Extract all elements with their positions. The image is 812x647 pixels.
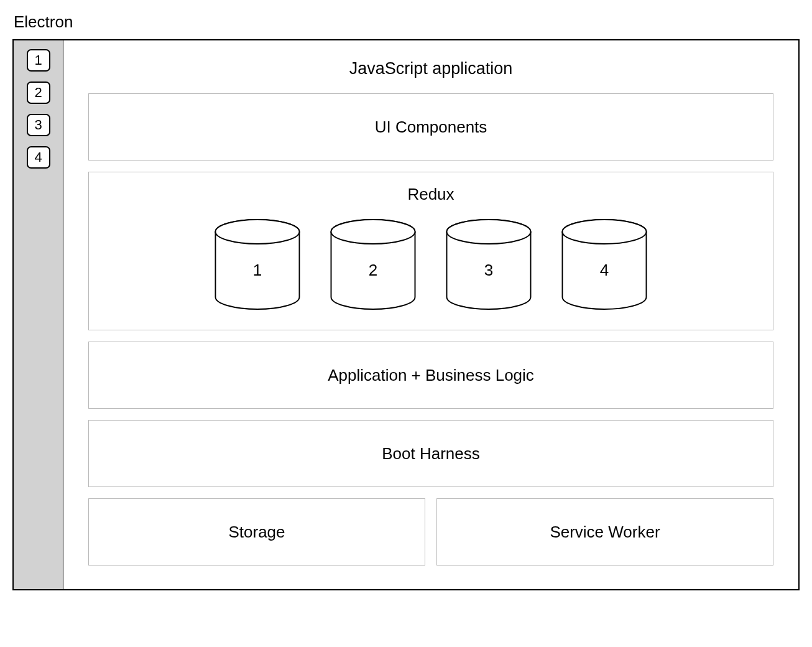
electron-container: 1 2 3 4 JavaScript application UI Compon… [12, 39, 800, 590]
redux-store-label: 2 [369, 261, 377, 280]
boot-harness-layer: Boot Harness [88, 420, 773, 487]
boot-harness-label: Boot Harness [382, 444, 480, 463]
svg-point-1 [216, 220, 300, 244]
sidebar-item-2: 2 [27, 81, 50, 104]
service-worker-label: Service Worker [550, 523, 660, 542]
diagram-title: Electron [12, 12, 800, 32]
sidebar-item-4: 4 [27, 146, 50, 169]
redux-store-3: 3 [442, 218, 535, 311]
application-business-logic-label: Application + Business Logic [328, 366, 534, 385]
redux-store-label: 4 [600, 261, 609, 280]
sidebar-item-1: 1 [27, 49, 50, 72]
redux-store-4: 4 [558, 218, 651, 311]
bottom-row: Storage Service Worker [88, 498, 773, 566]
javascript-application: JavaScript application UI Components Red… [63, 40, 798, 589]
svg-point-5 [447, 220, 531, 244]
redux-store-2: 2 [326, 218, 420, 311]
storage-label: Storage [228, 523, 285, 542]
redux-store-label: 3 [484, 261, 493, 280]
application-title: JavaScript application [88, 59, 773, 78]
redux-stores: 1 2 3 [108, 218, 754, 311]
storage-layer: Storage [88, 498, 425, 566]
service-worker-layer: Service Worker [436, 498, 773, 566]
sidebar: 1 2 3 4 [14, 40, 63, 589]
redux-store-label: 1 [253, 261, 262, 280]
redux-layer: Redux 1 2 [88, 172, 773, 330]
ui-components-layer: UI Components [88, 93, 773, 161]
redux-store-1: 1 [211, 218, 304, 311]
ui-components-label: UI Components [375, 118, 487, 137]
application-business-logic-layer: Application + Business Logic [88, 342, 773, 409]
sidebar-item-3: 3 [27, 114, 50, 136]
svg-point-3 [331, 220, 415, 244]
svg-point-7 [563, 220, 647, 244]
redux-title: Redux [108, 185, 754, 204]
